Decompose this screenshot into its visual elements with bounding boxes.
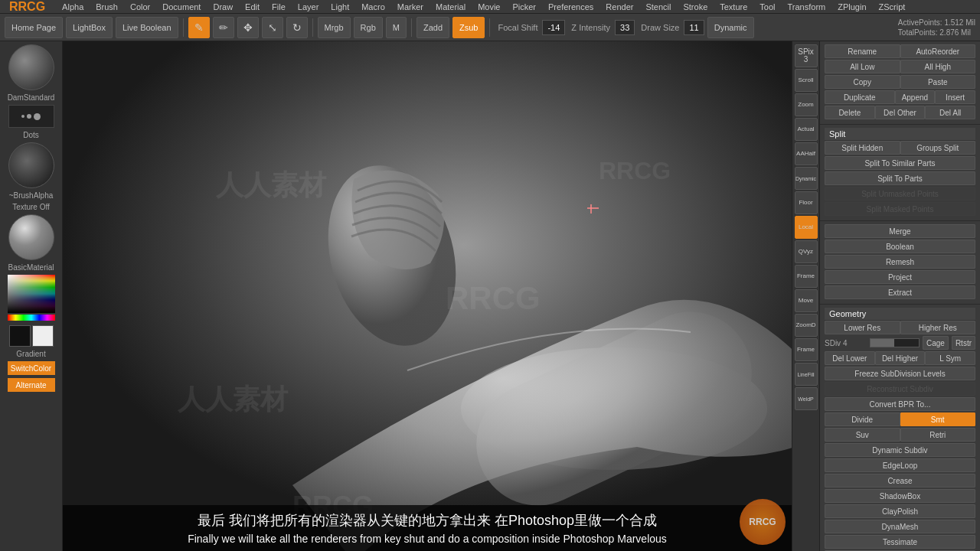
lightbox-button[interactable]: LightBox [66, 17, 113, 38]
dynamic-subdiv-button[interactable]: Dynamic Subdiv [825, 443, 975, 457]
hue-bar[interactable] [8, 315, 55, 321]
dyna-mesh-button[interactable]: DynaMesh [825, 520, 975, 533]
menu-layer[interactable]: Layer [296, 2, 321, 11]
merge-button[interactable]: Merge [825, 224, 975, 238]
delete-button[interactable]: Delete [825, 106, 875, 119]
home-page-button[interactable]: Home Page [5, 17, 63, 38]
shadow-box-button[interactable]: ShadowBox [825, 489, 975, 503]
divide-button[interactable]: Divide [825, 412, 900, 426]
brush-preview-sphere[interactable] [8, 44, 54, 90]
qvyz-button[interactable]: QVyz [795, 240, 818, 263]
alpha-preview-sphere[interactable] [8, 142, 54, 188]
menu-transform[interactable]: Transform [786, 2, 828, 11]
canvas-viewport[interactable]: 人人素材 RRCG 人人素材 RRCG RRCG 最后 我们将把所有的渲染器从关… [63, 41, 792, 551]
menu-picker[interactable]: Picker [511, 2, 537, 11]
m-button[interactable]: M [386, 17, 407, 38]
del-other-button[interactable]: Del Other [875, 106, 926, 119]
scroll-button[interactable]: Scroll [795, 69, 818, 92]
menu-light[interactable]: Light [329, 2, 351, 11]
menu-zscript[interactable]: ZScript [877, 2, 907, 11]
split-unmasked-button[interactable]: Split Unmasked Points [825, 187, 975, 201]
menu-macro[interactable]: Macro [360, 2, 387, 11]
geometry-header[interactable]: Geometry [825, 308, 975, 321]
menu-brush[interactable]: Brush [94, 2, 119, 11]
sdiv-slider[interactable] [870, 338, 920, 347]
aahalf-button[interactable]: AAHalf [795, 142, 818, 165]
menu-preferences[interactable]: Preferences [547, 2, 595, 11]
menu-draw[interactable]: Draw [211, 2, 234, 11]
split-parts-button[interactable]: Split To Parts [825, 171, 975, 185]
cage-button[interactable]: Cage [923, 336, 949, 350]
move-button[interactable]: ✥ [237, 17, 259, 38]
clay-polish-button[interactable]: ClayPolish [825, 504, 975, 518]
suv-button[interactable]: Suv [825, 428, 900, 442]
remesh-button[interactable]: Remesh [825, 255, 975, 269]
auto-reorder-button[interactable]: AutoReorder [900, 44, 976, 58]
zoomd-button[interactable]: ZoomD [795, 314, 818, 337]
focal-shift-value[interactable]: -14 [542, 20, 565, 35]
menu-render[interactable]: Render [604, 2, 635, 11]
duplicate-button[interactable]: Duplicate [825, 90, 895, 104]
split-masked-button[interactable]: Split Masked Points [825, 202, 975, 216]
del-lower-button[interactable]: Del Lower [825, 351, 875, 365]
swatch-foreground[interactable] [9, 325, 31, 347]
split-hidden-button[interactable]: Split Hidden [825, 141, 900, 155]
rtstr-button[interactable]: Rtstr [952, 336, 975, 350]
menu-zplugin[interactable]: ZPlugin [836, 2, 867, 11]
all-low-button[interactable]: All Low [825, 60, 900, 73]
material-preview-sphere[interactable] [8, 214, 54, 260]
rgb-button[interactable]: Rgb [354, 17, 383, 38]
scale-button[interactable]: ⤡ [262, 17, 283, 38]
edge-loop-button[interactable]: EdgeLoop [825, 458, 975, 472]
linefill-button[interactable]: LineFill [795, 363, 818, 386]
boolean-button[interactable]: Boolean [825, 240, 975, 253]
menu-color[interactable]: Color [129, 2, 152, 11]
reconstruct-subdiv-button[interactable]: Reconstruct Subdiv [825, 382, 975, 396]
frame-button[interactable]: Frame [795, 265, 818, 288]
color-gradient-box[interactable] [8, 275, 55, 313]
draw-size-value[interactable]: 11 [684, 20, 704, 35]
color-picker[interactable] [8, 275, 55, 321]
dynamic-button[interactable]: Dynamic [707, 17, 754, 38]
insert-button[interactable]: Insert [935, 90, 975, 104]
z-intensity-value[interactable]: 33 [615, 20, 635, 35]
stroke-type-preview[interactable] [8, 105, 54, 128]
live-boolean-button[interactable]: Live Boolean [116, 17, 178, 38]
menu-marker[interactable]: Marker [396, 2, 425, 11]
zsub-button[interactable]: Zsub [452, 17, 485, 38]
del-higher-button[interactable]: Del Higher [875, 351, 926, 365]
menu-movie[interactable]: Movie [476, 2, 501, 11]
split-header[interactable]: Split [825, 128, 975, 141]
all-high-button[interactable]: All High [900, 60, 976, 73]
edit-button[interactable]: ✎ [188, 17, 210, 38]
draw-button[interactable]: ✏ [213, 17, 234, 38]
floor-button[interactable]: Floor [795, 191, 818, 214]
spix-button[interactable]: SPix3 [795, 44, 818, 67]
extract-button[interactable]: Extract [825, 285, 975, 299]
zoom-button[interactable]: Zoom [795, 93, 818, 116]
switch-color-button[interactable]: SwitchColor [8, 361, 55, 375]
lower-res-button[interactable]: Lower Res [825, 321, 900, 334]
retri-button[interactable]: Retri [900, 428, 976, 442]
smt-button[interactable]: Smt [900, 412, 976, 426]
zadd-button[interactable]: Zadd [416, 17, 449, 38]
rename-button[interactable]: Rename [825, 44, 900, 58]
copy-button[interactable]: Copy [825, 75, 900, 89]
menu-document[interactable]: Document [161, 2, 202, 11]
menu-edit[interactable]: Edit [243, 2, 261, 11]
swatch-background[interactable] [32, 325, 54, 347]
project-button[interactable]: Project [825, 270, 975, 284]
menu-texture[interactable]: Texture [718, 2, 749, 11]
rotate-button[interactable]: ↻ [286, 17, 308, 38]
freeze-subdiv-button[interactable]: Freeze SubDivision Levels [825, 367, 975, 380]
menu-stencil[interactable]: Stencil [644, 2, 672, 11]
tessimate-button[interactable]: Tessimate [825, 535, 975, 549]
frame2-button[interactable]: Frame [795, 338, 818, 361]
weldp-button[interactable]: WeldP [795, 387, 818, 410]
crease-button[interactable]: Crease [825, 474, 975, 487]
dynamic-persp-button[interactable]: Dynamic [795, 167, 818, 190]
mrgb-button[interactable]: Mrgb [318, 17, 351, 38]
convert-bpr-button[interactable]: Convert BPR To... [825, 397, 975, 411]
menu-stroke[interactable]: Stroke [681, 2, 709, 11]
menu-tool[interactable]: Tool [758, 2, 776, 11]
